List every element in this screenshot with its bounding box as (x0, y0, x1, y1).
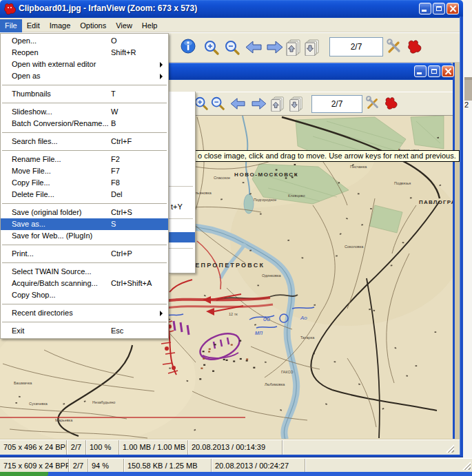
info-button[interactable] (180, 38, 197, 55)
inner-close-button[interactable] (442, 65, 454, 77)
main-status-bar: 705 x 496 x 24 BPP 2/7 100 % 1.00 MB / 1… (0, 439, 460, 455)
menu-item-search-files[interactable]: Search files...Ctrl+F (1, 136, 168, 147)
minimize-button[interactable] (419, 3, 431, 14)
settings-button[interactable] (365, 96, 380, 111)
menu-item-thumbnails[interactable]: ThumbnailsT (1, 88, 168, 100)
menu-item-label: Save for Web... (PlugIn) (12, 230, 92, 242)
status-dimensions: 715 x 609 x 24 BPP (0, 459, 69, 472)
maximize-button[interactable] (433, 3, 445, 14)
menu-item-shortcut: Esc (111, 325, 123, 337)
map-label: Подвязья (394, 181, 411, 185)
irfanview-logo-icon (407, 39, 423, 54)
map-label: Сухачевка (29, 402, 48, 406)
menu-item-acquire-batch-scanning[interactable]: Acquire/Batch scanning...Ctrl+Shift+A (1, 278, 168, 289)
submenu-arrow-icon (160, 311, 163, 316)
page-up-button[interactable] (270, 96, 285, 112)
menu-item-open-with-external-editor[interactable]: Open with external editor (1, 59, 168, 70)
status-datetime: 20.08.2013 / 00:14:39 (188, 440, 283, 455)
map-label: Любимовка (265, 382, 285, 386)
map-label: Марьевка (55, 418, 73, 422)
menu-item-label: Print... (12, 248, 34, 260)
menu-item-batch-conversion-rename[interactable]: Batch Conversion/Rename...B (1, 118, 168, 130)
menu-image[interactable]: Image (45, 19, 76, 32)
previous-image-button[interactable] (230, 97, 246, 110)
menu-item-reopen[interactable]: ReopenShift+R (1, 47, 168, 59)
resize-grip[interactable] (462, 462, 471, 470)
main-titlebar[interactable]: Clipboard01.jpg - IrfanView (Zoom: 673 x… (0, 0, 463, 18)
menu-item-rename-file[interactable]: Rename File...F2 (1, 154, 168, 165)
page-up-icon (270, 96, 285, 112)
inner-minimize-button[interactable] (414, 65, 427, 77)
menu-item-shortcut: B (111, 118, 116, 130)
menu-item-copy-shop[interactable]: Copy Shop... (1, 289, 168, 301)
menu-help[interactable]: Help (137, 19, 163, 32)
close-icon (444, 68, 453, 76)
inner-maximize-button[interactable] (428, 65, 440, 77)
resize-grip[interactable] (446, 444, 454, 453)
menu-item-label: Rename File... (12, 154, 61, 165)
menu-edit[interactable]: Edit (22, 19, 45, 32)
menu-item-print[interactable]: Print...Ctrl+P (1, 248, 168, 260)
zoom-in-button[interactable] (203, 39, 220, 56)
map-annotation-do: до (263, 315, 270, 322)
zoom-out-button[interactable] (224, 39, 240, 56)
menu-item-open[interactable]: Open...O (1, 35, 168, 47)
menu-item-delete-file[interactable]: Delete File...Del (1, 189, 168, 200)
menu-view[interactable]: View (111, 19, 137, 32)
menu-item-shortcut: T (111, 88, 116, 100)
page-down-button[interactable] (289, 96, 303, 112)
menu-item-shortcut: F2 (111, 154, 120, 165)
settings-button[interactable] (386, 39, 402, 55)
menu-item-slideshow[interactable]: Slideshow...W (1, 106, 168, 118)
page-down-icon (304, 39, 320, 56)
menu-item-save-as[interactable]: Save as...S (1, 218, 168, 230)
menu-item-save-original-folder[interactable]: Save (original folder)Ctrl+S (1, 207, 168, 218)
main-window-bottom-border (0, 455, 463, 457)
zoom-in-button[interactable] (194, 96, 209, 111)
map-label: Незабудьино (92, 400, 115, 404)
menu-item-recent-directories[interactable]: Recent directories (1, 307, 168, 319)
inner-page-number-field[interactable] (311, 95, 362, 113)
zoom-out-button[interactable] (210, 96, 225, 111)
status-filesize: 1.00 MB / 1.00 MB (119, 440, 188, 455)
page-up-icon (285, 39, 301, 56)
next-image-button[interactable] (251, 97, 267, 110)
menu-file[interactable]: File (0, 19, 22, 32)
menu-item-shortcut: S (111, 218, 116, 230)
menu-options[interactable]: Options (75, 19, 111, 32)
inner-file-menu-fragment[interactable]: t+Y (169, 92, 196, 273)
menu-separator (1, 200, 168, 207)
menu-item-shortcut: Ctrl+Shift+A (111, 278, 152, 289)
background-window-sliver (463, 0, 472, 457)
irfanview-logo-button[interactable] (384, 96, 399, 110)
page-down-icon (289, 96, 303, 112)
background-page-fragment: 2 (464, 101, 472, 110)
irfanview-logo-button[interactable] (407, 39, 423, 54)
menu-item-label: Open as (12, 70, 41, 82)
taskbar[interactable] (0, 472, 472, 476)
menu-item-open-as[interactable]: Open as (1, 70, 168, 82)
menu-item-copy-file[interactable]: Copy File...F8 (1, 177, 168, 189)
menu-item-move-file[interactable]: Move File...F7 (1, 165, 168, 177)
zoom-in-icon (203, 39, 220, 56)
map-label: Башмачка (14, 381, 32, 385)
inner-menu-highlighted-item[interactable] (169, 232, 195, 242)
menu-item-exit[interactable]: ExitEsc (1, 325, 168, 337)
menu-separator (169, 248, 193, 249)
close-button[interactable] (447, 3, 459, 14)
page-number-field[interactable] (329, 37, 383, 56)
page-down-button[interactable] (304, 39, 320, 56)
info-icon (180, 38, 197, 55)
start-button-fragment[interactable] (0, 472, 48, 476)
map-label: 12 тк (229, 312, 238, 316)
previous-image-button[interactable] (245, 40, 263, 54)
zoom-in-icon (194, 96, 209, 111)
map-label: Спасское (214, 176, 230, 180)
page-up-button[interactable] (285, 39, 301, 56)
menu-item-select-twain-source[interactable]: Select TWAIN Source... (1, 266, 168, 278)
menu-item-label: Acquire/Batch scanning... (12, 278, 98, 289)
menu-item-save-for-web-plugin[interactable]: Save for Web... (PlugIn) (1, 230, 168, 242)
map-label: Соколовка (345, 245, 364, 249)
next-image-button[interactable] (266, 40, 283, 54)
map-label: НОВО-МОСКОВСК (234, 172, 298, 178)
